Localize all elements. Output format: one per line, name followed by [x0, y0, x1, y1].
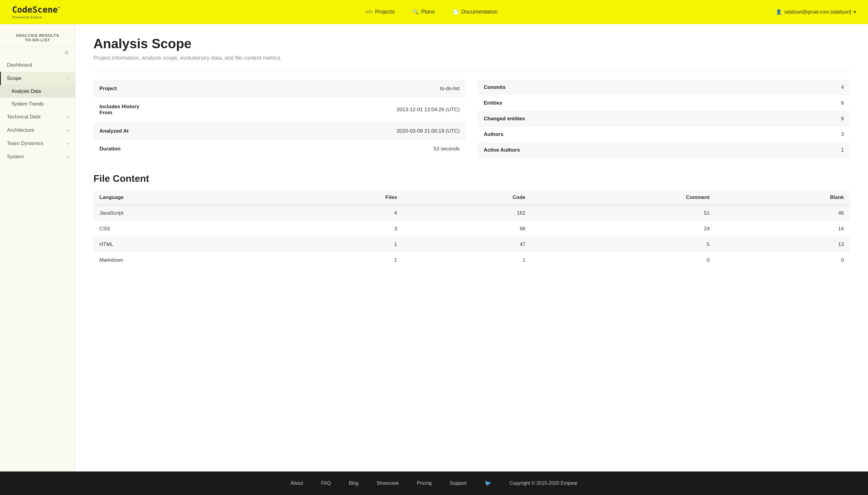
footer-about[interactable]: About	[291, 480, 303, 486]
cell-files: 3	[281, 221, 403, 237]
table-row: Entities 6	[478, 95, 850, 111]
sidebar-item-team-dynamics[interactable]: Team Dynamics ◂	[0, 137, 75, 150]
stat-value: 9	[538, 111, 850, 126]
nav-projects-label: Projects	[375, 9, 395, 15]
cell-files: 1	[281, 237, 403, 252]
logo-text: CodeScene	[12, 5, 58, 15]
info-label: Duration	[93, 140, 154, 158]
logo-tm: ™	[58, 6, 60, 11]
col-language: Language	[93, 190, 281, 205]
cell-code: 68	[403, 221, 531, 237]
chevron-icon: ◂	[67, 141, 69, 146]
footer-showcase[interactable]: Showcase	[377, 480, 399, 486]
table-header-row: Language Files Code Comment Blank	[93, 190, 850, 205]
cell-code: 47	[403, 237, 531, 252]
sidebar-item-label: Team Dynamics	[7, 140, 44, 147]
nav-plans[interactable]: 🔍 Plans	[413, 9, 435, 15]
sidebar-title: ANALYSIS RESULTS	[6, 33, 69, 38]
page-title: Analysis Scope	[93, 36, 850, 51]
stat-value: 3	[538, 126, 850, 142]
plans-icon: 🔍	[413, 9, 419, 15]
footer-blog[interactable]: Blog	[349, 480, 358, 486]
sidebar-item-system[interactable]: System ◂	[0, 150, 75, 164]
stat-value: 6	[538, 95, 850, 111]
table-row: Changed entities 9	[478, 111, 850, 126]
nav-documentation-label: Documentation	[461, 9, 498, 15]
logo-title: CodeScene™	[12, 5, 87, 15]
sidebar-item-label: Analysis Data	[12, 89, 41, 94]
info-value: to-do-list	[154, 80, 466, 97]
footer-support[interactable]: Support	[450, 480, 467, 486]
col-comment: Comment	[531, 190, 715, 205]
file-content-title: File Content	[93, 173, 850, 184]
info-label: Analyzed At	[93, 122, 154, 140]
user-menu[interactable]: 👤 sdaityari@gmail.com [sdaityari] ▾	[776, 9, 856, 15]
cell-files: 4	[281, 205, 403, 221]
footer: About FAQ Blog Showcase Pricing Support …	[0, 472, 868, 495]
sidebar: ANALYSIS RESULTS TO-DO-LIST ⚙ Dashboard …	[0, 24, 75, 472]
info-value: 2020-03-09 21:00:19 (UTC)	[154, 122, 466, 140]
sidebar-item-scope[interactable]: Scope ▾	[0, 72, 75, 85]
file-content-table: Language Files Code Comment Blank JavaSc…	[93, 190, 850, 268]
table-row: HTML 1 47 5 13	[93, 237, 850, 252]
table-row: JavaScript 4 162 51 46	[93, 205, 850, 221]
chevron-icon: ◂	[67, 115, 69, 119]
cell-blank: 0	[716, 252, 850, 268]
info-grid: Project to-do-list Includes History From…	[93, 80, 850, 158]
info-label: Project	[93, 80, 154, 97]
cell-comment: 5	[531, 237, 715, 252]
table-row: Markdown 1 1 0 0	[93, 252, 850, 268]
nav-plans-label: Plans	[421, 9, 435, 15]
stat-label: Commits	[478, 80, 538, 95]
cell-comment: 0	[531, 252, 715, 268]
cell-blank: 46	[716, 205, 850, 221]
table-row: CSS 3 68 24 14	[93, 221, 850, 237]
code-icon: </>	[366, 9, 372, 15]
sidebar-item-dashboard[interactable]: Dashboard	[0, 58, 75, 72]
table-row: Authors 3	[478, 126, 850, 142]
stat-label: Authors	[478, 126, 538, 142]
sidebar-item-architecture[interactable]: Architecture ◂	[0, 124, 75, 137]
chevron-icon: ▾	[67, 76, 69, 81]
info-label: Includes History From	[93, 97, 154, 122]
header: CodeScene™ Powered by Empear </> Project…	[0, 0, 868, 24]
main-content: Analysis Scope Project information, anal…	[75, 24, 868, 472]
twitter-icon[interactable]: 🐦	[485, 480, 491, 487]
table-row: Includes History From 2013-12-01 12:04:2…	[93, 97, 466, 122]
cell-language: CSS	[93, 221, 281, 237]
sidebar-item-technical-debt[interactable]: Technical Debt ◂	[0, 110, 75, 124]
sidebar-item-label: Scope	[7, 75, 21, 81]
sidebar-item-label: System	[7, 154, 24, 160]
nav-documentation[interactable]: 📄 Documentation	[453, 9, 498, 15]
stat-label: Changed entities	[478, 111, 538, 126]
chevron-icon: ◂	[67, 128, 69, 132]
footer-faq[interactable]: FAQ	[321, 480, 331, 486]
user-icon: 👤	[776, 9, 782, 15]
stat-label: Entities	[478, 95, 538, 111]
sidebar-header: ANALYSIS RESULTS TO-DO-LIST	[0, 30, 75, 47]
cell-language: HTML	[93, 237, 281, 252]
stat-label: Active Authors	[478, 142, 538, 158]
sidebar-item-label: System Trends	[12, 101, 44, 107]
cell-blank: 14	[716, 221, 850, 237]
doc-icon: 📄	[453, 9, 459, 15]
col-blank: Blank	[716, 190, 850, 205]
cell-comment: 51	[531, 205, 715, 221]
table-row: Commits 4	[478, 80, 850, 95]
sidebar-item-system-trends[interactable]: System Trends	[0, 98, 75, 110]
logo-area: CodeScene™ Powered by Empear	[12, 5, 87, 19]
chevron-down-icon: ▾	[853, 9, 856, 15]
table-row: Duration 53 seconds	[93, 140, 466, 158]
sidebar-item-label: Dashboard	[7, 62, 32, 68]
col-files: Files	[281, 190, 403, 205]
main-nav: </> Projects 🔍 Plans 📄 Documentation	[87, 9, 776, 15]
sidebar-item-analysis-data[interactable]: Analysis Data	[0, 85, 75, 98]
project-info-table: Project to-do-list Includes History From…	[93, 80, 466, 158]
footer-pricing[interactable]: Pricing	[417, 480, 432, 486]
layout: ANALYSIS RESULTS TO-DO-LIST ⚙ Dashboard …	[0, 24, 868, 472]
nav-projects[interactable]: </> Projects	[366, 9, 395, 15]
info-value: 53 seconds	[154, 140, 466, 158]
gear-icon[interactable]: ⚙	[0, 47, 75, 58]
cell-code: 1	[403, 252, 531, 268]
sidebar-item-label: Architecture	[7, 127, 34, 133]
